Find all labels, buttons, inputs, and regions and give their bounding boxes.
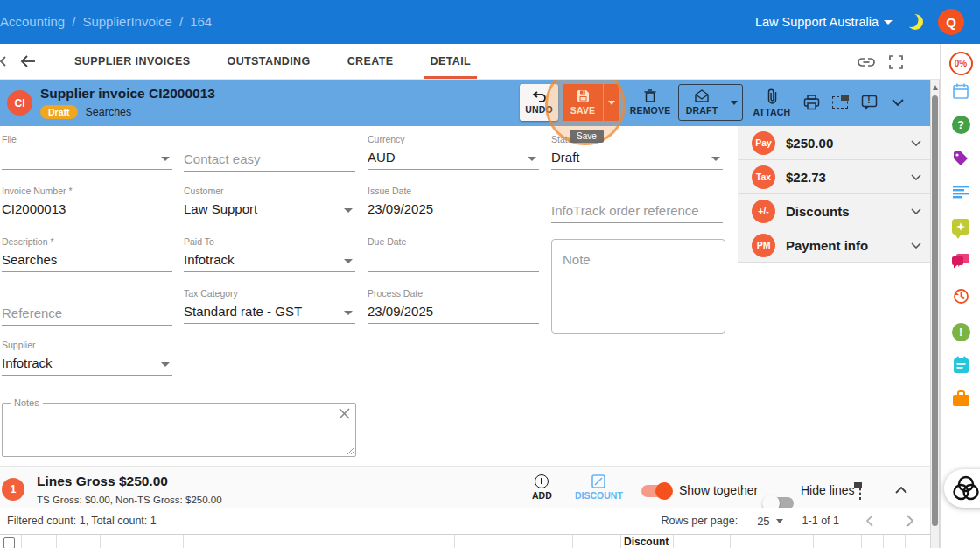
chevron-down-icon [344, 259, 353, 263]
discounts-section[interactable]: +/- Discounts [738, 194, 930, 228]
lines-button[interactable] [941, 186, 980, 199]
table-header-cell [573, 535, 621, 548]
note-textarea[interactable]: Note [551, 239, 725, 334]
chevron-down-icon [776, 519, 783, 523]
chevron-down-icon [344, 208, 353, 213]
breadcrumb-accounting[interactable]: Accounting [0, 14, 65, 29]
progress-badge: 0% [949, 52, 973, 75]
fullscreen-icon[interactable] [889, 55, 903, 69]
chevron-down-icon [911, 208, 921, 214]
progress-button[interactable]: 0% [941, 52, 980, 75]
process-date-input[interactable]: 23/09/2025 [368, 299, 539, 324]
issue-date-input[interactable]: 23/09/2025 [368, 197, 539, 221]
notes-textarea[interactable]: Notes [2, 403, 356, 457]
table-header-cell [814, 535, 862, 548]
calendar-button[interactable] [941, 82, 980, 100]
copy-link-icon[interactable] [858, 57, 875, 67]
chevron-down-icon [892, 99, 904, 106]
assistant-chat-button[interactable] [941, 219, 980, 235]
status-select[interactable]: Draft [551, 145, 723, 170]
back-arrow-icon[interactable] [19, 54, 37, 68]
invoice-header: CI Supplier invoice CI2000013 Draft Sear… [0, 80, 930, 126]
tax-category-label: Tax Category [184, 288, 355, 299]
snapshot-button[interactable] [830, 84, 850, 121]
add-line-button[interactable]: ADD [532, 474, 552, 501]
collapse-header-button[interactable] [887, 84, 908, 121]
paid-to-select[interactable]: Infotrack [184, 248, 355, 272]
next-page-button[interactable] [900, 515, 921, 527]
add-label: ADD [532, 490, 552, 501]
draft-dropdown-button[interactable] [724, 85, 742, 120]
draft-button[interactable]: DRAFT [679, 85, 724, 120]
tags-button[interactable] [941, 150, 980, 167]
show-together-toggle[interactable] [641, 485, 671, 497]
payment-info-section[interactable]: PM Payment info [738, 228, 930, 263]
breadcrumb: Accounting / SupplierInvoice / 164 [0, 14, 212, 29]
tax-category-select[interactable]: Standard rate - GST [184, 299, 355, 324]
vertical-scrollbar[interactable] [930, 80, 940, 548]
save-button[interactable]: SAVE [563, 84, 603, 121]
undo-label: UNDO [525, 104, 553, 115]
discount-button[interactable]: DISCOUNT [575, 474, 623, 501]
tax-badge: Tax [752, 165, 775, 189]
currency-select[interactable]: AUD [368, 145, 539, 170]
help-button[interactable]: ? [941, 116, 980, 134]
due-date-input[interactable] [368, 248, 539, 272]
company-selector[interactable]: Law Support Australia [755, 15, 892, 29]
tab-supplier-invoices[interactable]: SUPPLIER INVOICES [56, 44, 209, 79]
lines-gross-title: Lines Gross $250.00 [37, 474, 168, 489]
dark-mode-moon-icon[interactable] [905, 11, 926, 32]
print-button[interactable] [801, 84, 822, 121]
discounts-title: Discounts [786, 204, 911, 219]
lines-gross-subtitle: TS Gross: $0.00, Non-TS Gross: $250.00 [37, 495, 222, 505]
previous-page-button[interactable] [858, 515, 880, 527]
table-header-cell [906, 535, 929, 548]
top-app-bar: Accounting / SupplierInvoice / 164 Law S… [0, 0, 980, 44]
history-button[interactable] [941, 287, 980, 305]
tax-section[interactable]: Tax $22.73 [738, 160, 930, 194]
tab-outstanding[interactable]: OUTSTANDING [209, 44, 329, 79]
breadcrumb-record-id[interactable]: 164 [190, 14, 212, 29]
notes-panel-button[interactable] [941, 356, 980, 374]
remove-button[interactable]: REMOVE [627, 84, 673, 121]
file-select[interactable] [2, 145, 172, 170]
assistant-launcher[interactable] [944, 469, 980, 508]
pay-section[interactable]: Pay $250.00 [738, 126, 930, 160]
briefcase-icon [952, 390, 970, 407]
user-avatar[interactable]: Q [938, 9, 964, 35]
messages-button[interactable] [941, 252, 980, 270]
tab-detail[interactable]: DETAIL [412, 44, 490, 79]
infotrack-order-reference-input[interactable]: InfoTrack order reference [551, 199, 723, 223]
invoice-number-input[interactable]: CI2000013 [2, 197, 172, 221]
contact-easy-input[interactable]: Contact easy [184, 147, 355, 172]
tab-bar: SUPPLIER INVOICES OUTSTANDING CREATE DET… [0, 44, 940, 80]
collapse-lines-button[interactable] [895, 487, 907, 494]
lines-snapshot-button[interactable] [859, 484, 861, 500]
breadcrumb-supplierinvoice[interactable]: SupplierInvoice [82, 14, 172, 29]
alerts-button[interactable]: ! [941, 323, 980, 341]
rows-per-page-select[interactable]: 25 [757, 515, 782, 528]
select-all-checkbox[interactable] [4, 537, 15, 548]
scroll-up-arrow-icon[interactable] [933, 85, 938, 90]
clear-notes-icon[interactable] [339, 408, 350, 419]
scrollbar-thumb[interactable] [932, 95, 938, 526]
reference-input[interactable]: Reference [2, 301, 172, 326]
save-dropdown-button[interactable] [603, 84, 620, 121]
description-input[interactable]: Searches [2, 248, 172, 272]
currency-label: Currency [368, 134, 539, 145]
matters-button[interactable] [941, 390, 980, 407]
collapse-left-icon[interactable] [0, 54, 10, 68]
undo-button[interactable]: UNDO [520, 84, 558, 121]
tab-create[interactable]: CREATE [329, 44, 412, 79]
feedback-button[interactable]: ! [858, 84, 879, 121]
supplier-select[interactable]: Infotrack [2, 351, 172, 376]
show-together-label: Show together [679, 483, 758, 497]
resize-handle[interactable] [346, 446, 354, 455]
chevron-down-icon [608, 101, 615, 105]
issue-date-label: Issue Date [368, 186, 539, 197]
rows-per-page-label: Rows per page: [662, 515, 738, 527]
chat-bubbles-icon [951, 252, 970, 270]
chevron-down-icon [884, 20, 892, 25]
attach-button[interactable]: ATTACH [752, 84, 792, 121]
customer-select[interactable]: Law Support [184, 197, 355, 221]
